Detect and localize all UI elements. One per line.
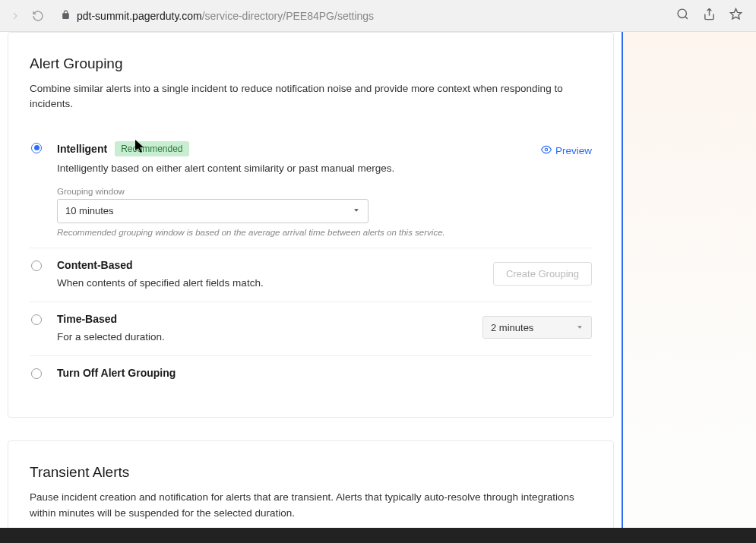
grouping-window-helper: Recommended grouping window is based on …	[57, 228, 470, 237]
option-content: Content-Based When contents of specified…	[30, 248, 592, 302]
footer-shadow	[0, 528, 756, 543]
off-title: Turn Off Alert Grouping	[57, 367, 176, 379]
share-icon[interactable]	[703, 8, 716, 24]
alert-grouping-desc: Combine similar alerts into a single inc…	[30, 81, 592, 112]
eye-icon	[541, 144, 552, 157]
preview-link[interactable]: Preview	[541, 144, 592, 157]
time-desc: For a selected duration.	[57, 330, 470, 345]
star-icon[interactable]	[729, 8, 742, 24]
chevron-down-icon	[353, 205, 360, 216]
content-title: Content-Based	[57, 259, 133, 271]
url-bar[interactable]: pdt-summit.pagerduty.com/service-directo…	[53, 10, 669, 22]
right-pane	[622, 32, 756, 543]
svg-marker-3	[730, 8, 741, 18]
content-desc: When contents of specified alert fields …	[57, 276, 470, 291]
grouping-window-label: Grouping window	[57, 187, 470, 196]
radio-off[interactable]	[31, 368, 42, 379]
browser-bar: pdt-summit.pagerduty.com/service-directo…	[0, 0, 756, 32]
reload-icon[interactable]	[30, 8, 46, 24]
forward-icon[interactable]	[8, 8, 23, 24]
url-domain: pdt-summit.pagerduty.com	[77, 10, 202, 22]
svg-line-1	[685, 17, 688, 19]
svg-point-0	[678, 9, 686, 17]
grouping-window-value: 10 minutes	[65, 205, 114, 216]
time-dropdown[interactable]: 2 minutes	[482, 316, 592, 339]
option-time: Time-Based For a selected duration. 2 mi…	[30, 302, 592, 356]
recommended-badge: Recommended	[115, 141, 188, 156]
radio-content[interactable]	[31, 260, 42, 271]
svg-point-5	[545, 148, 548, 151]
time-value: 2 minutes	[491, 322, 533, 333]
svg-marker-6	[577, 326, 582, 328]
preview-label: Preview	[555, 145, 592, 156]
content-area: Alert Grouping Combine similar alerts in…	[0, 32, 622, 543]
grouping-window-dropdown[interactable]: 10 minutes	[57, 199, 369, 223]
intelligent-desc: Intelligently based on either alert cont…	[57, 161, 470, 176]
svg-marker-4	[354, 210, 359, 212]
alert-grouping-card: Alert Grouping Combine similar alerts in…	[8, 32, 614, 418]
transient-title: Transient Alerts	[30, 464, 592, 481]
lock-icon	[61, 10, 71, 22]
chevron-down-icon	[576, 322, 584, 333]
option-intelligent: Intelligent Recommended Intelligently ba…	[30, 131, 592, 248]
transient-desc: Pause incident creation and notification…	[30, 490, 592, 521]
url-path: /service-directory/PEE84PG/settings	[202, 10, 374, 22]
alert-grouping-title: Alert Grouping	[30, 55, 592, 72]
search-icon[interactable]	[676, 8, 689, 24]
create-grouping-button[interactable]: Create Grouping	[493, 262, 592, 286]
radio-intelligent[interactable]	[31, 143, 42, 153]
time-title: Time-Based	[57, 313, 117, 325]
option-off: Turn Off Alert Grouping	[30, 356, 592, 394]
intelligent-title: Intelligent	[57, 143, 107, 155]
radio-time[interactable]	[31, 314, 42, 325]
